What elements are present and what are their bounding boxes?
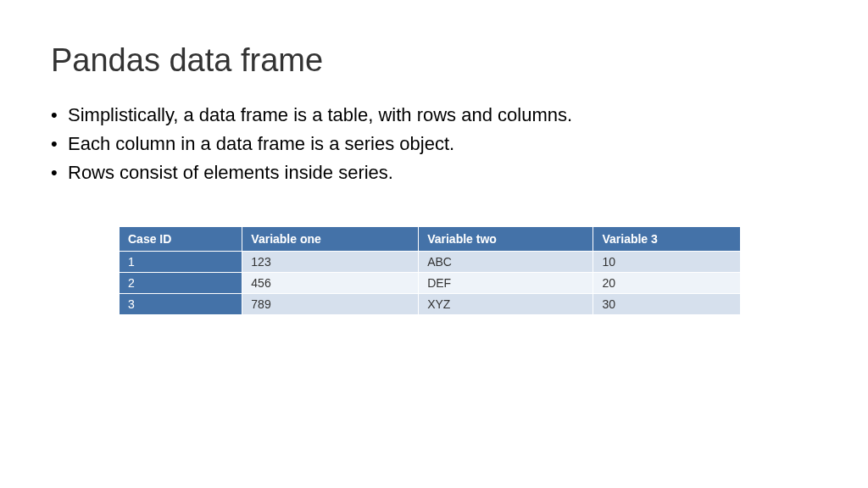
table-header: Variable one [242, 227, 419, 252]
table-cell: 789 [242, 294, 419, 315]
table-container: Case ID Variable one Variable two Variab… [51, 226, 817, 315]
table-cell: 3 [120, 294, 242, 315]
bullet-item: Rows consist of elements inside series. [51, 162, 817, 184]
table-cell: ABC [419, 252, 593, 273]
bullet-list: Simplistically, a data frame is a table,… [51, 104, 817, 184]
table-cell: DEF [419, 273, 593, 294]
table-row: 1 123 ABC 10 [120, 252, 741, 273]
bullet-item: Each column in a data frame is a series … [51, 133, 817, 155]
table-cell: XYZ [419, 294, 593, 315]
table-header: Variable two [419, 227, 593, 252]
table-header: Case ID [120, 227, 242, 252]
table-cell: 456 [242, 273, 419, 294]
table-header-row: Case ID Variable one Variable two Variab… [120, 227, 741, 252]
table-cell: 20 [593, 273, 741, 294]
slide-title: Pandas data frame [51, 42, 817, 79]
bullet-item: Simplistically, a data frame is a table,… [51, 104, 817, 126]
table-cell: 30 [593, 294, 741, 315]
table-cell: 123 [242, 252, 419, 273]
table-cell: 1 [120, 252, 242, 273]
table-cell: 2 [120, 273, 242, 294]
table-row: 2 456 DEF 20 [120, 273, 741, 294]
table-header: Variable 3 [593, 227, 741, 252]
table-cell: 10 [593, 252, 741, 273]
data-table: Case ID Variable one Variable two Variab… [119, 226, 741, 315]
table-row: 3 789 XYZ 30 [120, 294, 741, 315]
